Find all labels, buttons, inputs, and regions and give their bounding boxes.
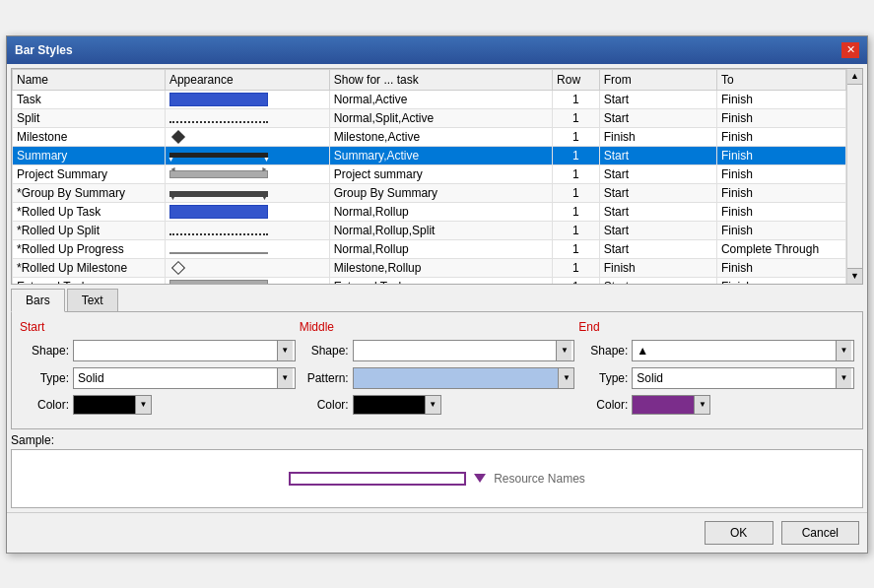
start-color-label: Color: [20, 398, 69, 412]
end-color-row: Color: ▼ [578, 395, 854, 415]
tab-bars[interactable]: Bars [11, 289, 65, 312]
start-color-row: Color: ▼ [20, 395, 296, 415]
cell-from: Start [599, 90, 716, 108]
middle-color-label: Color: [300, 398, 349, 412]
cell-appearance [165, 258, 329, 277]
cell-row: 1 [553, 146, 600, 164]
middle-color-btn[interactable]: ▼ [425, 396, 440, 414]
middle-pattern-dropdown[interactable]: ▼ [353, 367, 575, 389]
start-type-label: Type: [20, 371, 69, 385]
end-shape-dropdown[interactable]: ▲ ▼ [632, 340, 854, 361]
scroll-track [847, 85, 862, 268]
cell-show: Milestone,Rollup [329, 258, 552, 277]
title-bar: Bar Styles ✕ [7, 36, 867, 64]
cell-show: Project summary [329, 164, 552, 183]
cell-name: Milestone [13, 127, 166, 146]
table-section: Name Appearance Show for ... task Row Fr… [11, 68, 863, 285]
tab-content: Start Shape: ▼ Type: Solid ▼ [11, 312, 863, 429]
cell-appearance [165, 239, 329, 258]
scroll-down-button[interactable]: ▼ [847, 268, 862, 284]
start-type-dropdown[interactable]: Solid ▼ [73, 367, 296, 389]
end-color-picker[interactable]: ▼ [632, 395, 710, 415]
cell-show: Milestone,Active [329, 127, 552, 146]
cell-name: *Rolled Up Progress [13, 239, 166, 258]
cell-from: Start [599, 239, 716, 258]
middle-section: Middle Shape: ▼ Pattern: ▼ [300, 320, 575, 421]
table-row[interactable]: *Group By Summary ▼ ▼ Group By Summary1S… [13, 183, 846, 202]
col-header-show: Show for ... task [329, 69, 552, 90]
middle-title: Middle [300, 320, 575, 334]
sample-section: Sample: Resource Names [11, 433, 863, 508]
end-type-dropdown[interactable]: Solid ▼ [632, 367, 854, 389]
cell-name: *Rolled Up Split [13, 221, 166, 239]
middle-shape-arrow[interactable]: ▼ [556, 341, 571, 360]
end-color-btn[interactable]: ▼ [694, 396, 709, 414]
cell-show: External Task [329, 277, 552, 284]
table-row[interactable]: TaskNormal,Active1StartFinish [13, 90, 846, 108]
cell-appearance [165, 221, 329, 239]
table-row[interactable]: *Rolled Up MilestoneMilestone,Rollup1Fin… [13, 258, 846, 277]
middle-pattern-arrow[interactable]: ▼ [558, 368, 573, 388]
scrollbar[interactable]: ▲ ▼ [846, 69, 862, 284]
close-button[interactable]: ✕ [841, 42, 859, 58]
cell-name: *Rolled Up Task [13, 202, 166, 221]
tab-bar: Bars Text [11, 289, 863, 312]
start-color-fill [74, 396, 135, 414]
cell-appearance [165, 90, 329, 108]
middle-shape-dropdown[interactable]: ▼ [353, 340, 575, 361]
table-row[interactable]: *Rolled Up SplitNormal,Rollup,Split1Star… [13, 221, 846, 239]
cell-show: Summary,Active [329, 146, 552, 164]
middle-pattern-row: Pattern: ▼ [300, 367, 575, 389]
table-row[interactable]: Project Summary ◄ ► Project summary1Star… [13, 164, 846, 183]
end-type-arrow[interactable]: ▼ [836, 368, 851, 388]
sample-bar-shape [289, 472, 466, 486]
start-color-btn[interactable]: ▼ [135, 396, 151, 414]
start-type-arrow[interactable]: ▼ [277, 368, 293, 388]
tab-text[interactable]: Text [67, 289, 118, 311]
table-row[interactable]: SplitNormal,Split,Active1StartFinish [13, 108, 846, 127]
cell-to: Finish [716, 108, 845, 127]
end-color-label: Color: [578, 398, 628, 412]
cell-from: Finish [599, 258, 716, 277]
table-row[interactable]: External TasksExternal Task1StartFinish [13, 277, 846, 284]
start-shape-dropdown[interactable]: ▼ [73, 340, 296, 361]
cell-appearance [165, 277, 329, 284]
cell-row: 1 [553, 183, 600, 202]
end-section: End Shape: ▲ ▼ Type: Solid ▼ [578, 320, 854, 421]
cell-row: 1 [553, 164, 600, 183]
scroll-up-button[interactable]: ▲ [847, 69, 862, 85]
cell-appearance: ▼ ▼ [165, 146, 329, 164]
table-row[interactable]: Summary ▼ ▼ Summary,Active1StartFinish [13, 146, 846, 164]
dialog-title: Bar Styles [15, 43, 73, 57]
cell-appearance [165, 127, 329, 146]
bar-sections: Start Shape: ▼ Type: Solid ▼ [20, 320, 854, 421]
start-title: Start [20, 320, 296, 334]
cell-from: Start [599, 202, 716, 221]
sample-end-triangle [474, 474, 486, 483]
cell-to: Finish [716, 127, 845, 146]
table-row[interactable]: *Rolled Up ProgressNormal,Rollup1StartCo… [13, 239, 846, 258]
cell-appearance [165, 202, 329, 221]
ok-button[interactable]: OK [705, 521, 773, 545]
cell-from: Start [599, 164, 716, 183]
cell-show: Normal,Active [329, 90, 552, 108]
cell-from: Finish [599, 127, 716, 146]
sample-area: Resource Names [11, 449, 863, 508]
start-color-picker[interactable]: ▼ [73, 395, 152, 415]
table-row[interactable]: *Rolled Up TaskNormal,Rollup1StartFinish [13, 202, 846, 221]
table-row[interactable]: MilestoneMilestone,Active1FinishFinish [13, 127, 846, 146]
cancel-button[interactable]: Cancel [781, 521, 859, 545]
sample-resource-text: Resource Names [494, 472, 585, 486]
cell-to: Finish [716, 202, 845, 221]
cell-to: Finish [716, 90, 845, 108]
cell-name: External Tasks [13, 277, 166, 284]
cell-row: 1 [553, 90, 600, 108]
middle-shape-row: Shape: ▼ [300, 340, 575, 361]
end-shape-arrow[interactable]: ▼ [836, 341, 851, 360]
cell-name: Split [13, 108, 166, 127]
end-type-value: Solid [637, 371, 663, 385]
start-shape-row: Shape: ▼ [20, 340, 296, 361]
middle-color-picker[interactable]: ▼ [353, 395, 441, 415]
col-header-appearance: Appearance [165, 69, 329, 90]
start-shape-arrow[interactable]: ▼ [277, 341, 293, 360]
